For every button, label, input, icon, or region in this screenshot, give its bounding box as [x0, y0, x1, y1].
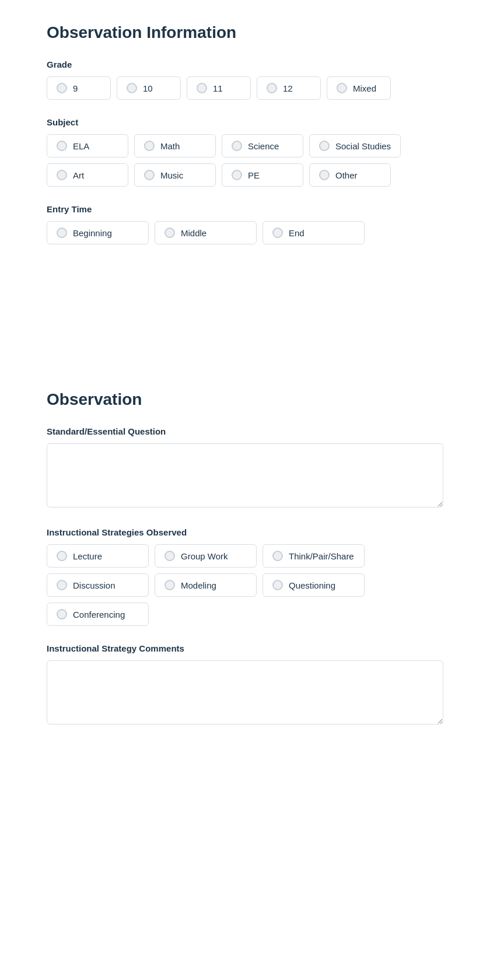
radio-circle	[57, 170, 67, 180]
strategy-option-discussion[interactable]: Discussion	[47, 573, 149, 597]
radio-circle	[144, 170, 155, 180]
entry-time-beginning[interactable]: Beginning	[47, 221, 149, 244]
entry-time-label-text: End	[289, 228, 304, 238]
instructional-strategy-comments-label: Instructional Strategy Comments	[47, 643, 443, 653]
radio-circle	[319, 170, 330, 180]
subject-option-other[interactable]: Other	[309, 163, 391, 187]
strategy-option-label: Group Work	[181, 551, 228, 561]
grade-option-11[interactable]: 11	[187, 76, 251, 100]
entry-time-label-text: Beginning	[73, 228, 112, 238]
subject-option-label: Social Studies	[335, 141, 391, 151]
strategy-option-label: Questioning	[289, 580, 335, 590]
subject-field-group: Subject ELA Math Science Social Studies	[47, 117, 443, 187]
standard-question-textarea[interactable]	[47, 443, 443, 508]
strategy-option-questioning[interactable]: Questioning	[262, 573, 365, 597]
observation-info-title: Observation Information	[47, 23, 443, 42]
subject-option-social-studies[interactable]: Social Studies	[309, 134, 401, 158]
radio-circle	[232, 170, 242, 180]
entry-time-end[interactable]: End	[262, 221, 365, 244]
instructional-strategy-comments-field-group: Instructional Strategy Comments	[47, 643, 443, 727]
grade-option-label: 9	[73, 83, 78, 93]
radio-circle	[232, 141, 242, 151]
observation-section: Observation Standard/Essential Question …	[47, 390, 443, 727]
grade-options: 9 10 11 12 Mixed	[47, 76, 443, 100]
subject-option-label: Science	[248, 141, 279, 151]
subject-option-label: Music	[160, 170, 183, 180]
instructional-strategies-options: Lecture Group Work Think/Pair/Share Disc…	[47, 544, 443, 626]
observation-title: Observation	[47, 390, 443, 409]
strategy-option-conferencing[interactable]: Conferencing	[47, 603, 149, 626]
instructional-strategies-field-group: Instructional Strategies Observed Lectur…	[47, 527, 443, 626]
radio-circle	[272, 228, 283, 238]
subject-option-label: PE	[248, 170, 260, 180]
radio-circle	[272, 551, 283, 561]
grade-option-mixed[interactable]: Mixed	[327, 76, 391, 100]
strategy-option-modeling[interactable]: Modeling	[155, 573, 257, 597]
radio-circle	[57, 141, 67, 151]
grade-option-label: 11	[213, 83, 223, 93]
radio-circle	[267, 83, 277, 93]
observation-info-section: Observation Information Grade 9 10 11	[47, 23, 443, 244]
radio-circle	[272, 580, 283, 590]
radio-circle	[319, 141, 330, 151]
radio-circle	[57, 228, 67, 238]
grade-option-12[interactable]: 12	[257, 76, 321, 100]
grade-option-9[interactable]: 9	[47, 76, 111, 100]
radio-circle	[57, 580, 67, 590]
subject-option-science[interactable]: Science	[222, 134, 303, 158]
subject-option-math[interactable]: Math	[134, 134, 216, 158]
grade-field-group: Grade 9 10 11 12	[47, 60, 443, 100]
entry-time-options: Beginning Middle End	[47, 221, 443, 244]
subject-label: Subject	[47, 117, 443, 127]
radio-circle	[164, 580, 175, 590]
grade-option-label: 10	[143, 83, 153, 93]
instructional-strategies-label: Instructional Strategies Observed	[47, 527, 443, 537]
subject-option-label: Math	[160, 141, 180, 151]
radio-circle	[197, 83, 207, 93]
radio-circle	[57, 551, 67, 561]
strategy-option-label: Discussion	[73, 580, 116, 590]
subject-option-label: ELA	[73, 141, 89, 151]
subject-option-label: Art	[73, 170, 84, 180]
grade-option-label: 12	[283, 83, 293, 93]
radio-circle	[144, 141, 155, 151]
strategy-option-label: Conferencing	[73, 610, 125, 620]
radio-circle	[337, 83, 347, 93]
subject-option-art[interactable]: Art	[47, 163, 128, 187]
strategy-option-lecture[interactable]: Lecture	[47, 544, 149, 568]
page-spacer	[47, 262, 443, 379]
strategy-option-label: Think/Pair/Share	[289, 551, 354, 561]
standard-question-label: Standard/Essential Question	[47, 426, 443, 436]
grade-option-label: Mixed	[353, 83, 376, 93]
entry-time-label-text: Middle	[181, 228, 206, 238]
subject-option-label: Other	[335, 170, 358, 180]
entry-time-field-group: Entry Time Beginning Middle End	[47, 204, 443, 244]
subject-option-pe[interactable]: PE	[222, 163, 303, 187]
strategy-option-label: Lecture	[73, 551, 102, 561]
entry-time-middle[interactable]: Middle	[155, 221, 257, 244]
radio-circle	[57, 609, 67, 620]
grade-label: Grade	[47, 60, 443, 69]
entry-time-label: Entry Time	[47, 204, 443, 214]
strategy-option-think-pair-share[interactable]: Think/Pair/Share	[262, 544, 365, 568]
subject-option-music[interactable]: Music	[134, 163, 216, 187]
strategy-option-label: Modeling	[181, 580, 216, 590]
instructional-strategy-comments-textarea[interactable]	[47, 660, 443, 724]
subject-option-ela[interactable]: ELA	[47, 134, 128, 158]
radio-circle	[57, 83, 67, 93]
strategy-option-group-work[interactable]: Group Work	[155, 544, 257, 568]
grade-option-10[interactable]: 10	[117, 76, 181, 100]
subject-options: ELA Math Science Social Studies Art	[47, 134, 443, 187]
standard-question-field-group: Standard/Essential Question	[47, 426, 443, 510]
radio-circle	[127, 83, 137, 93]
radio-circle	[164, 228, 175, 238]
radio-circle	[164, 551, 175, 561]
